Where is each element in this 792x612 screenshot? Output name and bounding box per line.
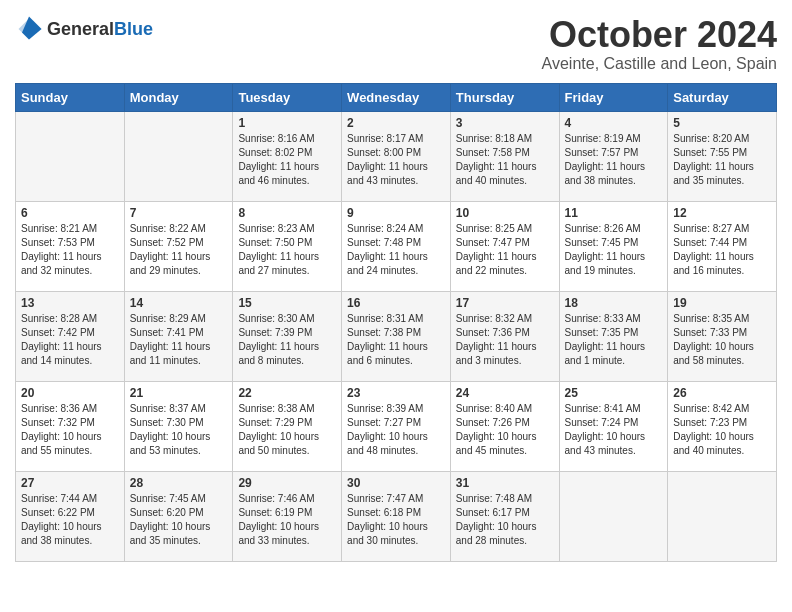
- day-info: Sunrise: 8:35 AMSunset: 7:33 PMDaylight:…: [673, 312, 771, 368]
- day-number: 23: [347, 386, 445, 400]
- logo-text-blue: Blue: [114, 19, 153, 40]
- day-info: Sunrise: 7:47 AMSunset: 6:18 PMDaylight:…: [347, 492, 445, 548]
- calendar-cell: 11Sunrise: 8:26 AMSunset: 7:45 PMDayligh…: [559, 201, 668, 291]
- calendar-cell: 8Sunrise: 8:23 AMSunset: 7:50 PMDaylight…: [233, 201, 342, 291]
- day-info: Sunrise: 8:16 AMSunset: 8:02 PMDaylight:…: [238, 132, 336, 188]
- week-row-2: 6Sunrise: 8:21 AMSunset: 7:53 PMDaylight…: [16, 201, 777, 291]
- day-number: 5: [673, 116, 771, 130]
- day-info: Sunrise: 8:25 AMSunset: 7:47 PMDaylight:…: [456, 222, 554, 278]
- day-number: 16: [347, 296, 445, 310]
- day-info: Sunrise: 8:27 AMSunset: 7:44 PMDaylight:…: [673, 222, 771, 278]
- calendar-cell: 15Sunrise: 8:30 AMSunset: 7:39 PMDayligh…: [233, 291, 342, 381]
- calendar-cell: 26Sunrise: 8:42 AMSunset: 7:23 PMDayligh…: [668, 381, 777, 471]
- day-header-thursday: Thursday: [450, 83, 559, 111]
- day-number: 3: [456, 116, 554, 130]
- calendar-cell: 10Sunrise: 8:25 AMSunset: 7:47 PMDayligh…: [450, 201, 559, 291]
- day-info: Sunrise: 7:48 AMSunset: 6:17 PMDaylight:…: [456, 492, 554, 548]
- day-number: 6: [21, 206, 119, 220]
- day-header-wednesday: Wednesday: [342, 83, 451, 111]
- day-info: Sunrise: 8:33 AMSunset: 7:35 PMDaylight:…: [565, 312, 663, 368]
- day-number: 2: [347, 116, 445, 130]
- day-number: 14: [130, 296, 228, 310]
- calendar-cell: 7Sunrise: 8:22 AMSunset: 7:52 PMDaylight…: [124, 201, 233, 291]
- day-info: Sunrise: 8:31 AMSunset: 7:38 PMDaylight:…: [347, 312, 445, 368]
- calendar-cell: 14Sunrise: 8:29 AMSunset: 7:41 PMDayligh…: [124, 291, 233, 381]
- day-info: Sunrise: 8:22 AMSunset: 7:52 PMDaylight:…: [130, 222, 228, 278]
- logo: General Blue: [15, 15, 153, 43]
- calendar-cell: 25Sunrise: 8:41 AMSunset: 7:24 PMDayligh…: [559, 381, 668, 471]
- calendar-cell: [668, 471, 777, 561]
- day-info: Sunrise: 8:39 AMSunset: 7:27 PMDaylight:…: [347, 402, 445, 458]
- day-info: Sunrise: 8:18 AMSunset: 7:58 PMDaylight:…: [456, 132, 554, 188]
- calendar-cell: 4Sunrise: 8:19 AMSunset: 7:57 PMDaylight…: [559, 111, 668, 201]
- day-number: 10: [456, 206, 554, 220]
- calendar-cell: 23Sunrise: 8:39 AMSunset: 7:27 PMDayligh…: [342, 381, 451, 471]
- location-title: Aveinte, Castille and Leon, Spain: [542, 55, 777, 73]
- day-info: Sunrise: 8:21 AMSunset: 7:53 PMDaylight:…: [21, 222, 119, 278]
- calendar-cell: 27Sunrise: 7:44 AMSunset: 6:22 PMDayligh…: [16, 471, 125, 561]
- week-row-1: 1Sunrise: 8:16 AMSunset: 8:02 PMDaylight…: [16, 111, 777, 201]
- calendar-cell: 22Sunrise: 8:38 AMSunset: 7:29 PMDayligh…: [233, 381, 342, 471]
- calendar-cell: 21Sunrise: 8:37 AMSunset: 7:30 PMDayligh…: [124, 381, 233, 471]
- day-info: Sunrise: 8:20 AMSunset: 7:55 PMDaylight:…: [673, 132, 771, 188]
- day-info: Sunrise: 8:36 AMSunset: 7:32 PMDaylight:…: [21, 402, 119, 458]
- day-header-saturday: Saturday: [668, 83, 777, 111]
- calendar-cell: 31Sunrise: 7:48 AMSunset: 6:17 PMDayligh…: [450, 471, 559, 561]
- logo-icon: [15, 15, 43, 43]
- day-number: 20: [21, 386, 119, 400]
- calendar-cell: 29Sunrise: 7:46 AMSunset: 6:19 PMDayligh…: [233, 471, 342, 561]
- day-header-sunday: Sunday: [16, 83, 125, 111]
- day-number: 26: [673, 386, 771, 400]
- calendar-header-row: SundayMondayTuesdayWednesdayThursdayFrid…: [16, 83, 777, 111]
- day-number: 25: [565, 386, 663, 400]
- day-info: Sunrise: 8:42 AMSunset: 7:23 PMDaylight:…: [673, 402, 771, 458]
- calendar-cell: 2Sunrise: 8:17 AMSunset: 8:00 PMDaylight…: [342, 111, 451, 201]
- calendar-cell: [559, 471, 668, 561]
- day-number: 7: [130, 206, 228, 220]
- day-number: 29: [238, 476, 336, 490]
- calendar-cell: 13Sunrise: 8:28 AMSunset: 7:42 PMDayligh…: [16, 291, 125, 381]
- day-header-monday: Monday: [124, 83, 233, 111]
- calendar-cell: 19Sunrise: 8:35 AMSunset: 7:33 PMDayligh…: [668, 291, 777, 381]
- week-row-3: 13Sunrise: 8:28 AMSunset: 7:42 PMDayligh…: [16, 291, 777, 381]
- day-number: 27: [21, 476, 119, 490]
- calendar-cell: 16Sunrise: 8:31 AMSunset: 7:38 PMDayligh…: [342, 291, 451, 381]
- calendar-cell: 1Sunrise: 8:16 AMSunset: 8:02 PMDaylight…: [233, 111, 342, 201]
- day-info: Sunrise: 8:38 AMSunset: 7:29 PMDaylight:…: [238, 402, 336, 458]
- calendar-cell: 30Sunrise: 7:47 AMSunset: 6:18 PMDayligh…: [342, 471, 451, 561]
- calendar-cell: 24Sunrise: 8:40 AMSunset: 7:26 PMDayligh…: [450, 381, 559, 471]
- calendar-cell: [16, 111, 125, 201]
- page-header: General Blue October 2024 Aveinte, Casti…: [15, 15, 777, 73]
- calendar-body: 1Sunrise: 8:16 AMSunset: 8:02 PMDaylight…: [16, 111, 777, 561]
- day-number: 21: [130, 386, 228, 400]
- title-section: October 2024 Aveinte, Castille and Leon,…: [542, 15, 777, 73]
- calendar-table: SundayMondayTuesdayWednesdayThursdayFrid…: [15, 83, 777, 562]
- week-row-4: 20Sunrise: 8:36 AMSunset: 7:32 PMDayligh…: [16, 381, 777, 471]
- day-header-tuesday: Tuesday: [233, 83, 342, 111]
- day-info: Sunrise: 7:45 AMSunset: 6:20 PMDaylight:…: [130, 492, 228, 548]
- day-number: 9: [347, 206, 445, 220]
- day-info: Sunrise: 8:30 AMSunset: 7:39 PMDaylight:…: [238, 312, 336, 368]
- day-number: 22: [238, 386, 336, 400]
- calendar-cell: 12Sunrise: 8:27 AMSunset: 7:44 PMDayligh…: [668, 201, 777, 291]
- calendar-cell: 17Sunrise: 8:32 AMSunset: 7:36 PMDayligh…: [450, 291, 559, 381]
- calendar-cell: 18Sunrise: 8:33 AMSunset: 7:35 PMDayligh…: [559, 291, 668, 381]
- day-number: 24: [456, 386, 554, 400]
- day-info: Sunrise: 8:28 AMSunset: 7:42 PMDaylight:…: [21, 312, 119, 368]
- day-number: 12: [673, 206, 771, 220]
- day-number: 18: [565, 296, 663, 310]
- day-number: 1: [238, 116, 336, 130]
- day-number: 13: [21, 296, 119, 310]
- day-info: Sunrise: 8:29 AMSunset: 7:41 PMDaylight:…: [130, 312, 228, 368]
- day-number: 17: [456, 296, 554, 310]
- calendar-cell: 5Sunrise: 8:20 AMSunset: 7:55 PMDaylight…: [668, 111, 777, 201]
- calendar-cell: 28Sunrise: 7:45 AMSunset: 6:20 PMDayligh…: [124, 471, 233, 561]
- day-number: 30: [347, 476, 445, 490]
- month-title: October 2024: [542, 15, 777, 55]
- logo-text-general: General: [47, 19, 114, 40]
- day-info: Sunrise: 7:44 AMSunset: 6:22 PMDaylight:…: [21, 492, 119, 548]
- calendar-cell: 3Sunrise: 8:18 AMSunset: 7:58 PMDaylight…: [450, 111, 559, 201]
- day-number: 31: [456, 476, 554, 490]
- calendar-cell: 9Sunrise: 8:24 AMSunset: 7:48 PMDaylight…: [342, 201, 451, 291]
- day-info: Sunrise: 7:46 AMSunset: 6:19 PMDaylight:…: [238, 492, 336, 548]
